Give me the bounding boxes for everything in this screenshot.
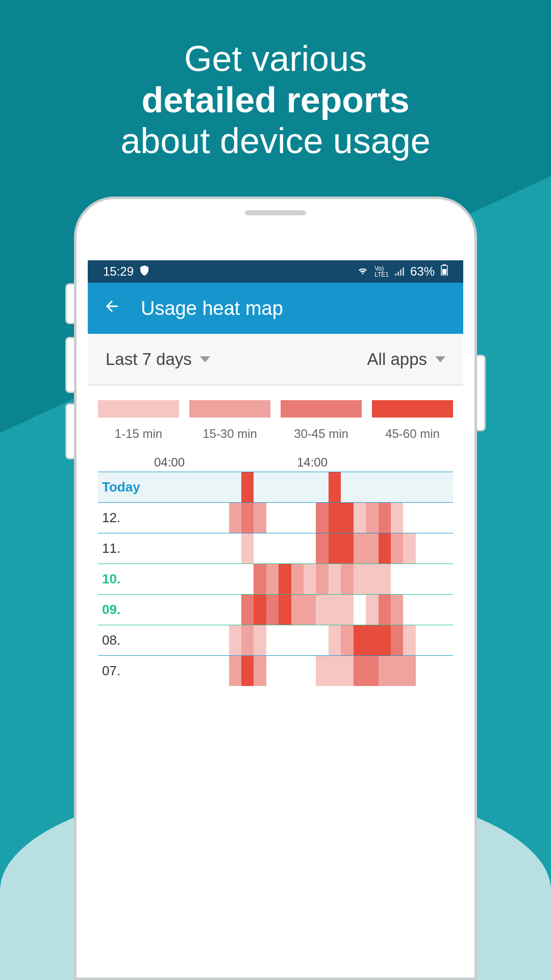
heat-cell (254, 656, 266, 686)
date-range-select[interactable]: Last 7 days (106, 350, 210, 369)
heat-cell (391, 564, 403, 594)
heat-row-cells (154, 503, 453, 533)
heat-cell (291, 472, 304, 502)
phone-speaker-notch (245, 210, 306, 215)
heat-row-label: 08. (98, 625, 154, 655)
heat-row-label: 07. (98, 656, 154, 686)
heat-cell (266, 595, 279, 625)
heat-cell (279, 564, 291, 594)
heat-cell (354, 503, 366, 533)
heat-cell (428, 533, 440, 564)
heat-cell (428, 503, 440, 533)
heat-cell (441, 564, 453, 594)
heat-cell (341, 564, 353, 594)
promo-headline: Get various detailed reports about devic… (0, 0, 551, 162)
heat-cell (304, 625, 316, 655)
heat-cell (229, 595, 241, 625)
chevron-down-icon (435, 356, 445, 362)
heat-cell (241, 564, 254, 594)
heat-cell (416, 503, 428, 533)
apps-select-label: All apps (367, 350, 427, 369)
filter-bar: Last 7 days All apps (88, 334, 463, 385)
heat-cell (341, 656, 353, 686)
heat-cell (403, 595, 415, 625)
heat-cell (379, 503, 391, 533)
heat-cell (329, 503, 341, 533)
axis-tick-label: 14:00 (297, 455, 328, 470)
lte-indicator: Vo)LTE1 (374, 265, 389, 278)
heat-cell (254, 625, 266, 655)
heat-cell (241, 595, 254, 625)
heat-cell (191, 564, 204, 594)
back-arrow-icon[interactable] (103, 298, 120, 320)
heat-cell (366, 472, 378, 502)
legend-label: 1-15 min (98, 427, 179, 441)
heat-cell (216, 625, 229, 655)
heat-cell (291, 625, 304, 655)
heat-cell (266, 503, 279, 533)
heat-cell (403, 625, 415, 655)
heatmap-grid: Today12.11.10.09.08.07. (98, 472, 453, 686)
heat-cell (391, 656, 403, 686)
heat-cell (379, 564, 391, 594)
heat-cell (216, 595, 229, 625)
heat-cell (266, 625, 279, 655)
heat-cell (366, 595, 378, 625)
heat-cell (329, 564, 341, 594)
heat-cell (216, 472, 229, 502)
time-axis: 04:00 14:00 (88, 455, 463, 470)
heat-cell (179, 533, 191, 564)
heat-cell (304, 503, 316, 533)
heat-cell (266, 656, 279, 686)
heat-row-label: 11. (98, 533, 154, 564)
heat-cell (229, 472, 241, 502)
heat-cell (204, 503, 216, 533)
heat-cell (254, 533, 266, 564)
heat-cell (166, 564, 179, 594)
heat-cell (154, 625, 166, 655)
heat-cell (304, 533, 316, 564)
heat-cell (366, 564, 378, 594)
legend-item: 15-30 min (189, 400, 270, 441)
shield-icon (140, 264, 149, 279)
heat-cell (341, 472, 353, 502)
heat-cell (216, 533, 229, 564)
heat-cell (191, 625, 204, 655)
heat-cell (204, 533, 216, 564)
heat-cell (304, 595, 316, 625)
heat-cell (341, 625, 353, 655)
axis-tick-label: 04:00 (154, 455, 297, 470)
heat-cell (154, 595, 166, 625)
heat-cell (279, 503, 291, 533)
heat-cell (154, 533, 166, 564)
heat-cell (428, 472, 440, 502)
heat-cell (354, 564, 366, 594)
heat-cell (341, 595, 353, 625)
heat-cell (428, 564, 440, 594)
legend-item: 1-15 min (98, 400, 179, 441)
heat-row-label: 09. (98, 595, 154, 625)
heat-cell (266, 533, 279, 564)
heat-cell (391, 533, 403, 564)
heat-cell (329, 625, 341, 655)
phone-screen: 15:29 Vo)LTE1 63% (88, 260, 463, 977)
battery-icon (441, 264, 448, 279)
heat-cell (279, 595, 291, 625)
apps-select[interactable]: All apps (367, 350, 445, 369)
heat-cell (428, 595, 440, 625)
heat-cell (266, 472, 279, 502)
heat-cell (204, 656, 216, 686)
heat-cell (441, 533, 453, 564)
legend-label: 45-60 min (372, 427, 453, 441)
heat-cell (254, 472, 266, 502)
heat-cell (279, 656, 291, 686)
heat-cell (354, 625, 366, 655)
heat-cell (166, 503, 179, 533)
heat-cell (341, 503, 353, 533)
heat-cell (204, 564, 216, 594)
heat-cell (291, 656, 304, 686)
heat-cell (391, 625, 403, 655)
heat-cell (304, 564, 316, 594)
legend-label: 15-30 min (189, 427, 270, 441)
heat-row-cells (154, 595, 453, 625)
